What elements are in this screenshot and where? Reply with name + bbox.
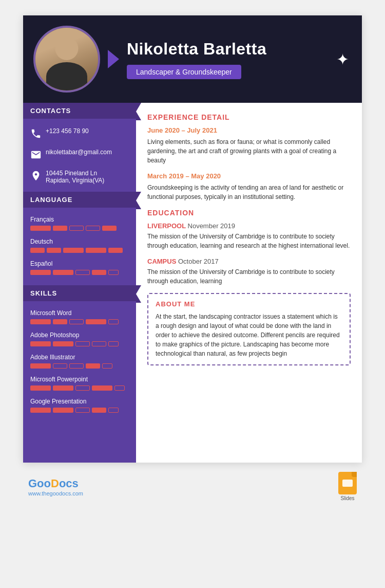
resume-header: Nikoletta Barletta Landscaper & Groundsk… [23,15,362,103]
edu1-text: The mission of the University of Cambrid… [147,232,351,250]
contacts-section-header: CONTACTS [23,103,136,119]
about-title: ABOUT ME [156,300,342,308]
skill-mspowerpoint: Microsoft Powerpoint [23,374,136,396]
skill-googlepres: Google Presentation [23,396,136,418]
phone-icon [30,128,42,139]
edu2-text: The mission of the University of Cambrid… [147,267,351,286]
language-espanol: Español [23,258,136,280]
bar [53,385,73,391]
bar [30,248,45,253]
slides-icon [338,472,357,494]
msppt-bars [30,385,129,391]
experience-section-title: EXPERIENCE DETAIL [147,113,351,121]
bar [53,226,67,231]
bar [75,408,90,413]
bar [30,385,51,391]
bar [53,270,73,275]
resume-body: CONTACTS +123 456 78 90 nikolettabar@gma… [23,103,362,463]
bar [75,385,90,391]
bar [69,363,84,369]
bar [69,319,84,324]
bar [86,226,100,231]
language-deutsch: Deutsch [23,236,136,258]
brand-url: www.thegoodocs.com [28,490,83,497]
main-content: EXPERIENCE DETAIL June 2020 – July 2021 … [136,103,362,463]
bar [30,270,51,275]
bar [30,341,51,346]
sidebar: CONTACTS +123 456 78 90 nikolettabar@gma… [23,103,136,463]
bar [63,248,84,253]
bar [108,248,123,253]
address-value: 10445 Pineland Ln Rapidan, Virginia(VA) [46,170,104,184]
bar [108,270,119,275]
bar [102,363,112,369]
bar [30,226,51,231]
slides-section: Slides [338,472,357,501]
exp1-date: June 2020 – July 2021 [147,126,351,134]
logo-d: D [51,477,59,490]
bar [53,363,67,369]
about-me-box: ABOUT ME At the start, the landscaping c… [147,293,351,365]
skill-msword: Microsoft Word [23,307,136,329]
language-section-header: LANGUAGE [23,192,136,208]
header-arrow-decoration [108,50,119,68]
logo-ocs: ocs [59,477,79,490]
edu2: CAMPUS October 2017 The mission of the U… [147,258,351,286]
skill-illustrator: Adobe Illustrator [23,352,136,374]
bar [92,270,106,275]
bar [92,341,106,346]
bar [75,341,90,346]
bar [108,319,119,324]
bar [69,226,84,231]
bar [53,408,73,413]
bar [86,248,106,253]
brand-section: GooDocs www.thegoodocs.com [28,477,83,497]
bar [102,226,117,231]
bar [108,408,119,413]
email-value: nikolettabar@gmail.com [46,149,112,156]
job-title-badge: Landscaper & Groundskeeper [127,65,241,79]
espanol-bars [30,270,129,275]
bar [53,341,73,346]
exp2-date: March 2019 – May 2020 [147,172,351,180]
photoshop-bars [30,341,129,346]
edu2-date: October 2017 [178,258,219,265]
phone-contact: +123 456 78 90 [23,125,136,142]
bar [92,408,106,413]
email-icon [30,149,42,160]
slides-icon-inner [342,480,353,487]
gpres-bars [30,408,129,413]
language-francais: Français [23,214,136,236]
bar [86,319,106,324]
bar [30,319,51,324]
skills-section-header: SKILLS [23,285,136,301]
page-footer: GooDocs www.thegoodocs.com Slides [23,463,362,501]
header-info: Nikoletta Barletta Landscaper & Groundsk… [127,40,329,79]
about-text: At the start, the landscaping contractor… [156,312,342,358]
bar [30,363,51,369]
bar [53,319,67,324]
skill-photoshop: Adobe Photoshop [23,329,136,352]
edu1-school: LIVERPOOL November 2019 [147,222,351,230]
slides-label: Slides [340,495,354,501]
brand-logo: GooDocs [28,477,83,490]
bar [108,341,119,346]
exp2-text: Groundskeeping is the activity of tendin… [147,183,351,201]
bar [86,363,100,369]
star-icon: ✦ [336,50,349,68]
bar [30,408,51,413]
msword-bars [30,319,129,324]
education-section-title: EDUCATION [147,209,351,217]
bar [92,385,112,391]
logo-goo: Goo [28,477,51,490]
candidate-name: Nikoletta Barletta [127,40,329,59]
email-contact: nikolettabar@gmail.com [23,146,136,163]
deutsch-bars [30,248,129,253]
bar [114,385,125,391]
edu2-school: CAMPUS October 2017 [147,258,351,265]
edu1-date: November 2019 [188,222,236,230]
exp1-text: Living elements, such as flora or fauna;… [147,137,351,165]
bar [75,270,90,275]
francais-bars [30,226,129,231]
illustrator-bars [30,363,129,369]
